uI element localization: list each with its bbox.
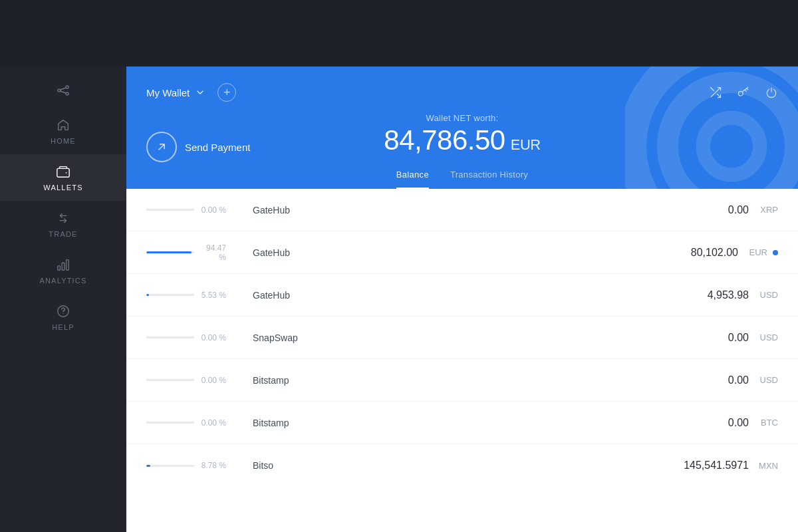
analytics-icon: [55, 257, 71, 273]
send-payment-label: Send Payment: [185, 142, 250, 153]
progress-percent: 0.00 %: [201, 376, 226, 385]
ripple-watermark: [625, 66, 798, 189]
progress-bar-fill: [146, 465, 150, 467]
balance-row: 5.53 % GateHub 4,953.98 USD: [126, 274, 798, 317]
amount-currency: MXN: [754, 461, 778, 471]
balance-amount: 145,541.5971 MXN: [684, 460, 778, 471]
progress-container: 0.00 %: [146, 418, 226, 428]
net-worth-label: Wallet NET worth:: [426, 113, 498, 123]
wallet-selector[interactable]: My Wallet: [146, 87, 205, 98]
home-icon: [55, 117, 71, 133]
sidebar-label-help: HELP: [52, 323, 74, 331]
sidebar-item-analytics[interactable]: ANALYTICS: [0, 247, 126, 294]
balance-row: 0.00 % Bitstamp 0.00 USD: [126, 359, 798, 402]
balance-row: 94.47 % GateHub 80,102.00 EUR: [126, 231, 798, 274]
sidebar-label-wallets: WALLETS: [43, 184, 82, 192]
progress-bar-fill: [146, 294, 149, 296]
sidebar-label-home: HOME: [51, 137, 76, 145]
svg-rect-5: [57, 168, 69, 177]
svg-rect-8: [66, 260, 69, 271]
svg-point-0: [58, 89, 61, 92]
gateway-name: SnapSwap: [226, 332, 728, 343]
progress-container: 0.00 %: [146, 376, 226, 385]
amount-value: 145,541.5971: [684, 460, 749, 471]
svg-rect-7: [62, 263, 65, 270]
amount-value: 0.00: [728, 417, 749, 429]
balance-row: 0.00 % GateHub 0.00 XRP: [126, 189, 798, 231]
progress-percent: 5.53 %: [201, 291, 226, 300]
svg-point-10: [63, 313, 63, 314]
balance-table: 0.00 % GateHub 0.00 XRP 94.47 % GateHub …: [126, 189, 798, 532]
progress-container: 94.47 %: [146, 243, 226, 262]
sidebar-label-trade: TRADE: [49, 230, 77, 238]
send-payment-circle-icon: [146, 132, 177, 162]
progress-bar-bg: [146, 422, 194, 424]
progress-percent: 94.47 %: [201, 243, 226, 262]
sidebar: HOME WALLETS TRADE: [0, 66, 126, 532]
gateway-name: Bitstamp: [226, 418, 728, 428]
amount-currency: USD: [754, 290, 778, 300]
gateway-name: GateHub: [226, 247, 691, 258]
content-area: My Wallet +: [126, 66, 798, 532]
progress-bar-bg: [146, 336, 194, 338]
gateway-name: GateHub: [226, 290, 708, 301]
balance-amount: 0.00 BTC: [728, 417, 778, 429]
amount-currency: BTC: [754, 418, 778, 428]
svg-point-1: [66, 86, 68, 88]
progress-bar-bg: [146, 465, 194, 467]
chevron-down-icon: [195, 87, 205, 98]
gateway-name: GateHub: [226, 205, 728, 215]
gateway-name: Bitstamp: [226, 375, 728, 386]
balance-row: 0.00 % Bitstamp 0.00 BTC: [126, 402, 798, 444]
balance-amount: 80,102.00 EUR: [691, 247, 778, 259]
send-payment-button[interactable]: Send Payment: [146, 132, 250, 162]
progress-percent: 8.78 %: [201, 461, 226, 470]
sidebar-item-wallets[interactable]: WALLETS: [0, 154, 126, 201]
tab-balance[interactable]: Balance: [396, 170, 429, 189]
progress-percent: 0.00 %: [201, 205, 226, 215]
help-icon: [55, 303, 71, 319]
sidebar-item-help[interactable]: HELP: [0, 294, 126, 340]
progress-bar-bg: [146, 209, 194, 211]
progress-bar-bg: [146, 379, 194, 381]
progress-container: 5.53 %: [146, 291, 226, 300]
amount-currency: EUR: [743, 247, 767, 257]
balance-row: 8.78 % Bitso 145,541.5971 MXN: [126, 444, 798, 487]
svg-rect-6: [58, 266, 61, 270]
progress-percent: 0.00 %: [201, 333, 226, 342]
network-icon: [55, 82, 71, 98]
balance-amount: 0.00 USD: [728, 374, 778, 386]
sidebar-item-home[interactable]: HOME: [0, 108, 126, 154]
wallet-header: My Wallet +: [126, 66, 798, 189]
progress-container: 0.00 %: [146, 205, 226, 215]
progress-bar-bg: [146, 294, 194, 296]
balance-amount: 4,953.98 USD: [708, 289, 778, 301]
svg-line-3: [61, 88, 66, 90]
amount-currency: USD: [754, 332, 778, 342]
progress-container: 8.78 %: [146, 461, 226, 470]
net-worth-value: 84,786.50EUR: [384, 124, 540, 156]
progress-percent: 0.00 %: [201, 418, 226, 428]
amount-value: 4,953.98: [708, 289, 749, 301]
amount-value: 0.00: [728, 374, 749, 386]
amount-currency: USD: [754, 375, 778, 385]
trade-icon: [55, 210, 71, 226]
wallets-icon: [55, 164, 71, 180]
net-worth-currency: EUR: [511, 136, 541, 153]
svg-point-13: [703, 118, 759, 174]
amount-value: 80,102.00: [691, 247, 738, 259]
progress-container: 0.00 %: [146, 333, 226, 342]
top-bar: [0, 0, 798, 66]
sidebar-item-trade[interactable]: TRADE: [0, 201, 126, 247]
balance-amount: 0.00 USD: [728, 332, 778, 344]
active-indicator: [773, 250, 778, 255]
progress-bar-bg: [146, 251, 194, 253]
tab-transaction-history[interactable]: Transaction History: [450, 170, 528, 189]
gateway-name: Bitso: [226, 460, 684, 471]
amount-currency: XRP: [754, 205, 778, 215]
amount-value: 0.00: [728, 204, 749, 216]
main-layout: HOME WALLETS TRADE: [0, 66, 798, 532]
svg-line-4: [61, 91, 66, 93]
sidebar-item-network[interactable]: [0, 73, 126, 108]
add-wallet-button[interactable]: +: [217, 83, 236, 102]
